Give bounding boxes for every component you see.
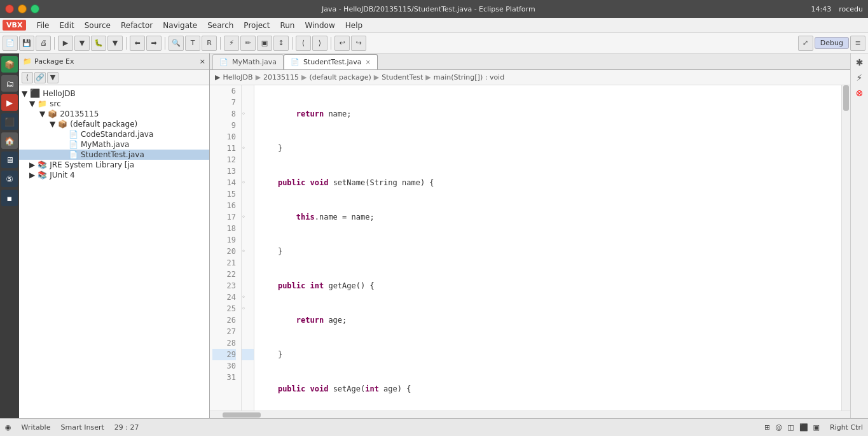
menu-file[interactable]: File <box>31 20 54 31</box>
maximize-editor[interactable]: ⤢ <box>798 36 813 51</box>
print-button[interactable]: 🖨 <box>36 36 51 51</box>
tree-expand-default: ▼ <box>50 120 55 129</box>
tree-label-pkg: 20135115 <box>60 109 99 118</box>
bc-studenttest[interactable]: StudentTest <box>382 73 423 81</box>
window-controls[interactable] <box>5 4 39 13</box>
toolbar-btn-b[interactable]: ✏ <box>240 36 256 51</box>
debug-perspective-btn[interactable]: Debug <box>815 37 849 49</box>
pkg-close-icon[interactable]: × <box>200 57 205 66</box>
toolbar-sep-3 <box>165 37 165 50</box>
open-resource[interactable]: R <box>202 36 217 51</box>
toolbar-fwd[interactable]: ↪ <box>351 36 366 51</box>
toolbar-hist[interactable]: ↩ <box>334 36 350 51</box>
extra-icon[interactable]: ▪ <box>1 190 18 206</box>
debug-button[interactable]: 🐛 <box>91 36 106 51</box>
menu-window[interactable]: Window <box>300 20 340 31</box>
toolbar-nav-1[interactable]: ⟨ <box>296 36 311 51</box>
tree-label-src: src <box>50 99 61 108</box>
minimize-button[interactable] <box>18 4 27 13</box>
status-icon-3[interactable]: ◫ <box>787 423 794 432</box>
tab-studenttest[interactable]: 📄 StudentTest.java × <box>284 54 378 69</box>
status-icon-4[interactable]: ⬛ <box>799 423 808 432</box>
maximize-button[interactable] <box>31 4 39 13</box>
close-button[interactable] <box>5 4 14 13</box>
tree-item-20135115[interactable]: ▼ 📦 20135115 <box>19 109 209 119</box>
run-dropdown[interactable]: ▼ <box>74 36 90 51</box>
save-button[interactable]: 💾 <box>19 36 34 51</box>
bc-hellojdb[interactable]: HelloJDB <box>223 73 252 81</box>
open-type[interactable]: T <box>185 36 200 51</box>
tree-label-studenttest: StudentTest.java <box>81 150 144 159</box>
number-icon[interactable]: ⑤ <box>1 171 18 187</box>
bc-default-pkg[interactable]: (default package) <box>310 73 371 81</box>
menu-source[interactable]: Source <box>79 20 116 31</box>
right-ctrl-label: Right Ctrl <box>830 423 863 432</box>
pkg-view-menu[interactable]: ▼ <box>47 72 59 83</box>
home-icon[interactable]: 🏠 <box>1 132 18 149</box>
monitor-icon[interactable]: 🖥 <box>1 151 18 168</box>
line-numbers: 6 7 8 9 10 11 12 13 14 15 16 17 18 19 20… <box>210 85 242 411</box>
mymath-tab-icon: 📄 <box>219 58 228 66</box>
right-sidebar-icon-3[interactable]: ⊗ <box>853 87 866 99</box>
code-content[interactable]: return name; } public void setName(Strin… <box>254 85 841 411</box>
toolbar-btn-a[interactable]: ⚡ <box>224 36 239 51</box>
tree-label-junit: JUnit 4 <box>50 171 74 179</box>
toolbar-btn-c[interactable]: ▣ <box>257 36 272 51</box>
tree-item-jre[interactable]: ▶ 📚 JRE System Library [ja <box>19 160 209 170</box>
menu-edit[interactable]: Edit <box>54 20 79 31</box>
tree-item-studenttest[interactable]: 📄 StudentTest.java <box>19 150 209 160</box>
default-pkg-icon: 📦 <box>58 120 67 129</box>
tree-label-jre: JRE System Library [ja <box>50 160 134 169</box>
status-icon-2[interactable]: @ <box>775 423 782 432</box>
breadcrumb: ▶ HelloJDB ▶ 20135115 ▶ (default package… <box>210 70 850 85</box>
tree-item-codestandard[interactable]: 📄 CodeStandard.java <box>19 129 209 139</box>
tab-mymath[interactable]: 📄 MyMath.java <box>212 54 284 69</box>
right-sidebar-icon-2[interactable]: ⚡ <box>853 71 866 84</box>
run-button[interactable]: ▶ <box>58 36 73 51</box>
tab-close-icon[interactable]: × <box>366 59 371 66</box>
terminal-icon[interactable]: ⬛ <box>1 113 18 130</box>
package-explorer-toolbar: ⟨ 🔗 ▼ <box>19 70 209 85</box>
menu-run[interactable]: Run <box>275 20 300 31</box>
debug-dropdown[interactable]: ▼ <box>107 36 123 51</box>
search-toolbar[interactable]: 🔍 <box>169 36 184 51</box>
toolbar-nav-2[interactable]: ⟩ <box>312 36 327 51</box>
right-sidebar-icon-1[interactable]: ✱ <box>853 56 866 69</box>
code-editor[interactable]: 6 7 8 9 10 11 12 13 14 15 16 17 18 19 20… <box>210 85 850 411</box>
package-explorer-icon[interactable]: 📦 <box>1 56 18 73</box>
bc-main[interactable]: main(String[]) : void <box>434 73 504 81</box>
menu-navigate[interactable]: Navigate <box>158 20 202 31</box>
status-icon-5[interactable]: ▣ <box>813 423 820 432</box>
menu-help[interactable]: Help <box>340 20 368 31</box>
vertical-scrollbar[interactable] <box>841 85 850 411</box>
tree-expand-src: ▼ <box>29 99 35 108</box>
run-icon[interactable]: ▶ <box>1 94 18 111</box>
tree-item-src[interactable]: ▼ 📁 src <box>19 99 209 109</box>
scrollbar-thumb[interactable] <box>843 85 849 111</box>
prev-edit[interactable]: ⬅ <box>130 36 145 51</box>
status-icon-1[interactable]: ⊞ <box>764 423 770 432</box>
tree-item-hellojdb[interactable]: ▼ ⬛ HelloJDB <box>19 88 209 99</box>
new-button[interactable]: 📄 <box>3 36 18 51</box>
bc-20135115[interactable]: 20135115 <box>263 73 299 81</box>
studenttest-icon: 📄 <box>69 150 78 159</box>
tree-label-hellojdb: HelloJDB <box>43 89 75 98</box>
tree-item-default-pkg[interactable]: ▼ 📦 (default package) <box>19 119 209 129</box>
next-edit[interactable]: ➡ <box>146 36 162 51</box>
menu-project[interactable]: Project <box>238 20 275 31</box>
toolbar-btn-d[interactable]: ↕ <box>273 36 289 51</box>
collapse-all-btn[interactable]: ⟨ <box>22 72 33 83</box>
menu-search[interactable]: Search <box>202 20 238 31</box>
code-line-11: public int getAge() { <box>259 280 836 292</box>
h-scrollbar-thumb[interactable] <box>223 412 261 418</box>
perspectives-btn[interactable]: ≡ <box>850 36 865 51</box>
link-editor-btn[interactable]: 🔗 <box>34 72 46 83</box>
tree-item-mymath[interactable]: 📄 MyMath.java <box>19 139 209 150</box>
horizontal-scrollbar[interactable] <box>210 411 850 418</box>
code-line-10: } <box>259 246 836 257</box>
tree-item-junit[interactable]: ▶ 📚 JUnit 4 <box>19 170 209 180</box>
hierarchy-icon[interactable]: 🗂 <box>1 75 18 92</box>
src-icon: 📁 <box>38 99 47 108</box>
menu-refactor[interactable]: Refactor <box>116 20 158 31</box>
cursor-position: 29 : 27 <box>114 423 139 432</box>
